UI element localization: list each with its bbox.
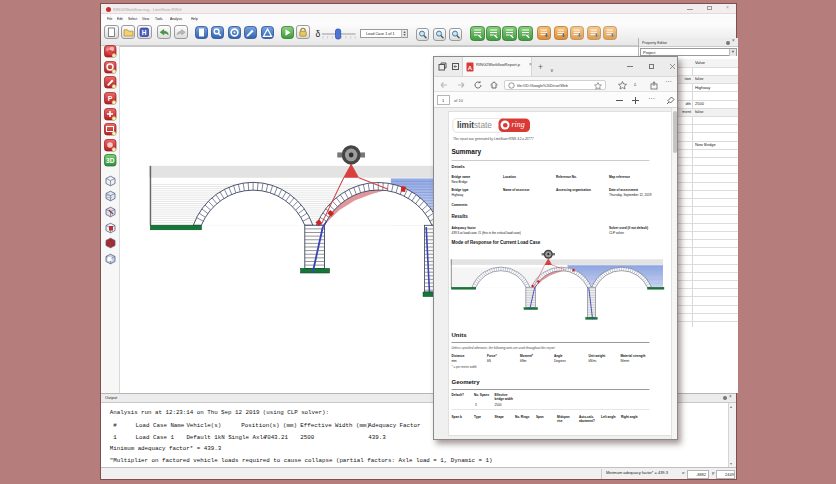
svg-text:A: A [468,64,473,70]
svg-text:3D: 3D [106,157,115,164]
svg-text:H: H [142,29,147,36]
svg-text:P: P [107,95,112,102]
